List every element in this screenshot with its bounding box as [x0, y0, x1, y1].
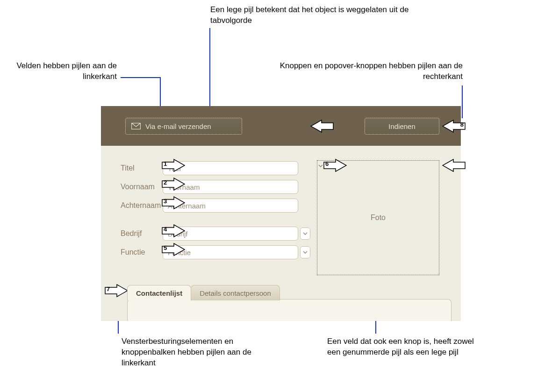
label-firstname: Voornaam	[121, 183, 163, 191]
label-lastname: Achternaam	[121, 201, 163, 210]
label-jobtitle: Functie	[121, 248, 163, 257]
input-title[interactable]: Titel	[163, 161, 298, 175]
photo-label: Foto	[371, 214, 386, 222]
dropdown-company[interactable]	[300, 228, 310, 240]
submit-button-label: Indienen	[388, 122, 416, 130]
photo-container[interactable]: Foto	[317, 160, 439, 275]
leader-line	[322, 341, 325, 342]
placeholder-text: Functie	[168, 249, 191, 257]
input-jobtitle[interactable]: Functie	[163, 245, 298, 259]
tab-panel	[127, 299, 452, 321]
panel-header: Via e-mail verzenden Indienen	[101, 106, 461, 146]
tab-contacts[interactable]: Contactenlijst	[127, 285, 191, 300]
tab-label: Details contactpersoon	[200, 289, 271, 297]
callout-empty-arrow: Een lege pijl betekent dat het object is…	[210, 5, 411, 26]
label-company: Bedrijf	[121, 229, 163, 238]
tab-bar: Contactenlijst Details contactpersoon	[127, 285, 280, 300]
input-lastname[interactable]: Achternaam	[163, 199, 298, 213]
leader-line	[462, 86, 463, 118]
input-company[interactable]: Bedrijf	[163, 227, 298, 241]
email-button-label: Via e-mail verzenden	[145, 122, 211, 130]
label-title: Titel	[121, 164, 163, 172]
chevron-down-icon	[316, 163, 325, 169]
input-firstname[interactable]: Voornaam	[163, 180, 298, 194]
placeholder-text: Titel	[168, 164, 181, 172]
submit-button[interactable]: Indienen	[365, 118, 439, 135]
layout-panel: Via e-mail verzenden Indienen Titel Tite…	[101, 106, 461, 321]
callout-window-controls: Vensterbesturingselementen en knoppenbal…	[122, 336, 262, 369]
tab-label: Contactenlijst	[136, 289, 182, 297]
dropdown-jobtitle[interactable]	[300, 246, 310, 258]
callout-buttons-right: Knoppen en popover-knoppen hebben pijlen…	[271, 61, 463, 82]
placeholder-text: Bedrijf	[168, 230, 188, 238]
placeholder-text: Voornaam	[168, 183, 200, 191]
placeholder-text: Achternaam	[168, 202, 206, 210]
callout-field-button: Een veld dat ook een knop is, heeft zowe…	[327, 336, 477, 358]
leader-line	[121, 77, 160, 78]
email-button[interactable]: Via e-mail verzenden	[125, 118, 242, 135]
callout-fields-left: Velden hebben pijlen aan de linkerkant	[14, 61, 117, 82]
mail-icon	[131, 123, 141, 129]
tab-details[interactable]: Details contactpersoon	[191, 285, 280, 300]
